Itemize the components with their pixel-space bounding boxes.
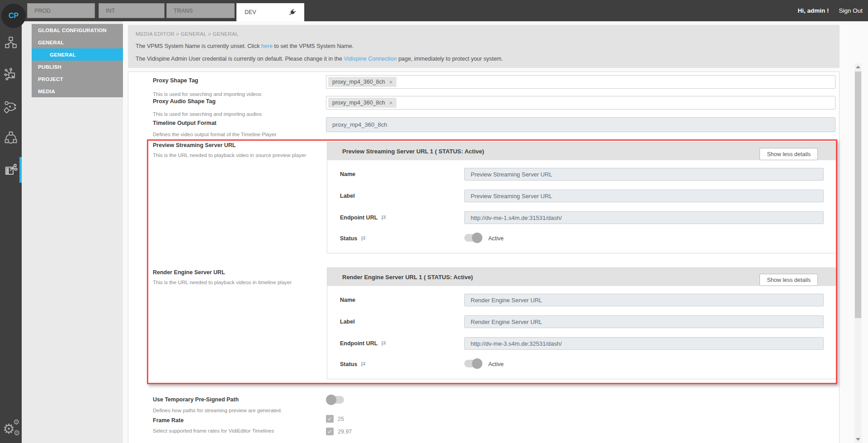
render-engine-panel: Render Engine Server URL 1 ( STATUS: Act…	[327, 267, 836, 379]
connections-touch-icon[interactable]	[4, 68, 18, 81]
tab-int-label: INT	[106, 8, 115, 14]
timeline-output-format-desc: Defines the video output format of the T…	[153, 132, 277, 137]
frame-rate-2997-label: 29.97	[338, 429, 352, 435]
proxy-shape-tag-desc: This is used for searching and importing…	[153, 91, 261, 97]
frame-rate-desc: Select supported frame rates for VidiEdi…	[153, 428, 274, 433]
notice-box: MEDIA EDITOR > GENERAL > GENERAL The VPM…	[128, 25, 840, 68]
tag-chip-text: proxy_mp4_360_8ch	[332, 79, 385, 85]
status-label: Status	[340, 235, 366, 242]
proxy-shape-tag-field[interactable]: proxy_mp4_360_8ch	[326, 75, 835, 89]
name-input[interactable]: Render Engine Server URL	[464, 294, 824, 306]
remove-tag-icon[interactable]	[389, 79, 393, 85]
nav-item-general[interactable]: GENERAL	[32, 36, 123, 48]
status-label: Status	[340, 361, 366, 367]
tab-dev[interactable]: DEV	[236, 3, 304, 21]
flag-icon	[360, 362, 366, 367]
frame-rate-25-label: 25	[338, 416, 344, 422]
vpms-name-warning: The VPMS System Name is currently unset.…	[136, 43, 354, 49]
nav-item-media[interactable]: MEDIA	[32, 85, 123, 97]
endpoint-url-label-text: Endpoint URL	[340, 340, 377, 347]
asset-hierarchy-icon[interactable]	[4, 36, 18, 49]
label-label: Label	[340, 193, 355, 199]
toggle-knob	[326, 395, 336, 405]
preview-streaming-section-desc: This is the URL needed to playback video…	[153, 152, 306, 158]
status-label-text: Status	[340, 235, 357, 242]
nav-item-publish[interactable]: PUBLISH	[32, 61, 123, 73]
warning-text: to set the VPMS System Name.	[273, 43, 354, 49]
frame-rate-25-checkbox[interactable]	[326, 415, 334, 423]
preview-streaming-panel: Preview Streaming Server URL 1 ( STATUS:…	[327, 142, 836, 253]
label-input[interactable]: Render Engine Server URL	[464, 315, 824, 328]
endpoint-url-label: Endpoint URL	[340, 340, 387, 347]
endpoint-url-label: Endpoint URL	[340, 214, 387, 221]
settings-card: Proxy Shape Tag proxy_mp4_360_8ch This i…	[128, 71, 840, 443]
nav-item-project[interactable]: PROJECT	[32, 73, 123, 85]
tab-trans-label: TRANS	[174, 8, 193, 14]
proxy-shape-tag-label: Proxy Shape Tag	[153, 77, 198, 84]
frame-rate-label: Frame Rate	[153, 417, 184, 424]
tab-prod[interactable]: PROD	[27, 3, 95, 18]
toggle-knob	[472, 358, 482, 369]
status-toggle[interactable]	[464, 360, 481, 367]
tag-chip-text: proxy_mp4_360_8ch	[332, 100, 385, 106]
tab-prod-label: PROD	[34, 8, 51, 14]
vidispine-credential-warning: The Vidispine Admin User credential is c…	[136, 56, 503, 62]
preview-streaming-section-label: Preview Streaming Server URL	[153, 142, 236, 148]
config-nav-panel: GLOBAL CONFIGURATION GENERAL GENERAL PUB…	[22, 21, 123, 443]
workflow-icon[interactable]	[4, 100, 18, 114]
breadcrumb: MEDIA EDITOR > GENERAL > GENERAL	[136, 31, 239, 37]
set-system-name-link[interactable]: here	[261, 43, 273, 49]
proxy-audio-shape-tag-desc: This is used for searching and importing…	[153, 111, 262, 117]
sign-out-link[interactable]: Sign Out	[839, 7, 863, 14]
scrollbar-up-arrow-icon[interactable]	[856, 66, 860, 68]
tag-chip: proxy_mp4_360_8ch	[328, 77, 396, 87]
remove-tag-icon[interactable]	[389, 100, 393, 106]
scrollbar-thumb[interactable]	[855, 71, 861, 318]
endpoint-url-input[interactable]: http://dv-me-1.s4m.de:31531/dash/	[464, 211, 824, 224]
main-content: MEDIA EDITOR > GENERAL > GENERAL The VPM…	[123, 21, 868, 443]
proxy-audio-shape-tag-field[interactable]: proxy_mp4_360_8ch	[326, 96, 835, 110]
lifecycle-cubes-icon[interactable]	[4, 131, 18, 144]
vertical-scrollbar[interactable]	[854, 63, 862, 443]
render-engine-section-label: Render Engine Server URL	[153, 269, 225, 276]
settings-gears-icon[interactable]: ⚙ ⚙ ⚙	[3, 419, 20, 437]
status-value: Active	[488, 235, 504, 242]
status-toggle[interactable]	[464, 234, 481, 242]
name-label: Name	[340, 297, 355, 303]
endpoint-url-input[interactable]: http://dv-me-3.s4m.de:32531/dash/	[464, 337, 824, 350]
status-value: Active	[488, 361, 504, 367]
presigned-path-label: Use Temporary Pre-Signed Path	[153, 396, 239, 403]
flag-icon	[381, 341, 387, 347]
tab-int[interactable]: INT	[99, 3, 165, 18]
proxy-audio-shape-tag-label: Proxy Audio Shape Tag	[153, 98, 216, 105]
media-editor-icon[interactable]	[4, 163, 18, 176]
presigned-path-desc: Defines how paths for streaming preview …	[153, 408, 282, 413]
tab-trans[interactable]: TRANS	[166, 3, 235, 18]
flag-icon	[360, 236, 366, 242]
render-engine-section-desc: This is the URL needed to playback video…	[153, 280, 292, 285]
scrollbar-down-arrow-icon[interactable]	[856, 438, 860, 441]
warning-text: page, immediately to protect your system…	[397, 56, 503, 62]
show-less-details-button[interactable]: Show less details	[760, 148, 818, 160]
user-greeting: Hi, admin !	[797, 7, 829, 14]
tag-chip: proxy_mp4_360_8ch	[328, 98, 396, 108]
name-input[interactable]: Preview Streaming Server URL	[464, 168, 824, 181]
nav-item-global-configuration[interactable]: GLOBAL CONFIGURATION	[32, 24, 123, 36]
warning-text: The Vidispine Admin User credential is c…	[136, 56, 344, 62]
vidispine-connection-link[interactable]: Vidispine Connection	[344, 56, 396, 62]
show-less-details-button[interactable]: Show less details	[760, 274, 818, 286]
presigned-path-toggle[interactable]	[327, 396, 344, 404]
timeline-output-format-input[interactable]: proxy_mp4_360_8ch	[326, 117, 835, 132]
warning-text: The VPMS System Name is currently unset.…	[136, 43, 261, 49]
toggle-knob	[472, 233, 482, 243]
nav-item-general-general-selected[interactable]: GENERAL	[32, 48, 125, 61]
config-nav-menu: GLOBAL CONFIGURATION GENERAL GENERAL PUB…	[32, 24, 123, 97]
tab-dev-label: DEV	[245, 9, 256, 15]
cp-logo[interactable]: CP	[1, 4, 26, 28]
endpoint-url-label-text: Endpoint URL	[340, 214, 377, 221]
frame-rate-2997-checkbox[interactable]	[326, 428, 334, 435]
name-label: Name	[340, 171, 355, 177]
flag-icon	[381, 215, 387, 221]
label-input[interactable]: Preview Streaming Server URL	[464, 190, 824, 202]
top-bar: PROD INT TRANS DEV Hi, admin ! Sign Out	[0, 0, 868, 21]
